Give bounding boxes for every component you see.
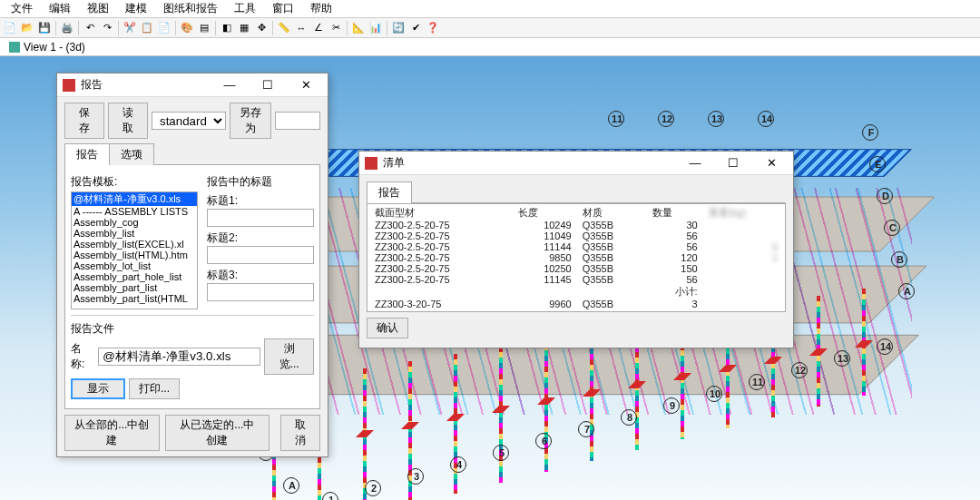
col-weight: 重量(kg)	[703, 206, 783, 220]
report-dialog-titlebar[interactable]: 报告 ― ☐ ✕	[57, 74, 328, 97]
title3-label: 标题3:	[207, 268, 314, 283]
table-row[interactable]: ZZ300-3-20-759559Q355B4	[369, 309, 783, 312]
grid-number-top: 14	[758, 111, 774, 127]
template-item[interactable]: Assembly_list(EXCEL).xl	[72, 239, 197, 250]
table-row[interactable]: ZZ300-2.5-20-7510250Q355B150	[369, 263, 783, 274]
tb-dim-icon[interactable]: ↔	[293, 20, 309, 36]
title1-field[interactable]	[207, 209, 314, 227]
template-item[interactable]: Assembly_part_list	[72, 282, 197, 293]
tb-refresh-icon[interactable]: 🔄	[390, 20, 407, 36]
template-item[interactable]: @材料清单-净重v3.0.xls	[72, 192, 197, 206]
grid-letter-right: C	[884, 220, 900, 236]
template-item[interactable]: Assembly_list(HTML).htm	[72, 250, 197, 260]
list-dialog-titlebar[interactable]: 清单 ― ☐ ✕	[359, 152, 793, 175]
grid-number: 4	[450, 456, 466, 473]
template-item[interactable]: Assembly_part_list(HTML	[72, 293, 197, 304]
minimize-button[interactable]: ―	[213, 75, 246, 95]
templates-listbox[interactable]: @材料清单-净重v3.0.xls A ------ ASSEMBLY LISTS…	[71, 191, 198, 309]
table-row[interactable]: ZZ300-2.5-20-7511145Q355B56	[369, 274, 783, 285]
tb-cut-icon[interactable]: ✂️	[122, 20, 138, 36]
maximize-button[interactable]: ☐	[251, 75, 284, 95]
tb-viewplan-icon[interactable]: ▦	[236, 20, 252, 36]
table-row[interactable]: ZZ300-2.5-20-7511049Q355B56	[369, 230, 783, 241]
grid-number-top: 12	[658, 111, 674, 127]
create-from-selected-button[interactable]: 从已选定的...中创建	[165, 415, 270, 451]
title3-field[interactable]	[207, 283, 314, 301]
table-row[interactable]: ZZ300-3-20-759960Q355B3	[369, 299, 783, 309]
tab-options[interactable]: 选项	[109, 143, 154, 165]
create-from-all-button[interactable]: 从全部的...中创建	[64, 415, 160, 451]
tb-undo-icon[interactable]: ↶	[82, 20, 98, 36]
tb-view3d-icon[interactable]: ◧	[219, 20, 235, 36]
tb-help-icon[interactable]: ❓	[425, 20, 441, 36]
tb-nav-icon[interactable]: ✥	[253, 20, 270, 36]
tb-color-icon[interactable]: 🎨	[179, 20, 195, 36]
menu-window[interactable]: 窗口	[265, 0, 301, 18]
menu-drawings-reports[interactable]: 图纸和报告	[156, 0, 225, 18]
tb-redo-icon[interactable]: ↷	[99, 20, 115, 36]
load-button[interactable]: 读取	[108, 103, 148, 139]
tb-paste-icon[interactable]: 📄	[156, 20, 172, 36]
tb-save-icon[interactable]: 💾	[36, 20, 53, 36]
show-button[interactable]: 显示	[71, 378, 125, 399]
browse-button[interactable]: 浏览...	[264, 338, 314, 375]
table-row[interactable]: ZZ300-2.5-20-759850Q355B1201	[369, 252, 783, 263]
grid-letter: A	[283, 477, 299, 494]
name-field[interactable]	[98, 348, 260, 366]
col-material: 材质	[577, 206, 647, 220]
grid-number: 13	[834, 350, 850, 367]
save-button[interactable]: 保存	[64, 103, 104, 139]
view-3d-icon	[9, 42, 20, 53]
menu-edit[interactable]: 编辑	[42, 0, 78, 18]
template-item[interactable]: Assembly_list	[72, 228, 197, 239]
tab-report[interactable]: 报告	[64, 143, 110, 165]
grid-number: 8	[621, 409, 637, 426]
report-dialog: 报告 ― ☐ ✕ 保存 读取 standard 另存为 报告 选项 报告模板: …	[56, 73, 328, 457]
saveas-button[interactable]: 另存为	[230, 103, 271, 139]
template-item[interactable]: Assembly_part_hole_list	[72, 271, 197, 282]
title1-label: 标题1:	[207, 193, 314, 209]
subtotal-row: 小计:	[369, 285, 783, 299]
template-item[interactable]: Assembly_lot_list	[72, 260, 197, 271]
tb-check-icon[interactable]: ✔	[407, 20, 424, 36]
list-table[interactable]: 截面型材 长度 材质 数量 重量(kg) ZZ300-2.5-20-751024…	[367, 203, 786, 312]
title2-field[interactable]	[207, 246, 314, 264]
saveas-field[interactable]	[275, 112, 320, 130]
ok-button[interactable]: 确认	[367, 318, 408, 338]
close-button[interactable]: ✕	[289, 75, 322, 95]
tb-drawing-icon[interactable]: 📐	[350, 20, 367, 36]
preset-select[interactable]: standard	[152, 112, 226, 130]
table-row[interactable]: ZZ300-2.5-20-7510249Q355B30	[369, 220, 783, 230]
menu-help[interactable]: 帮助	[303, 0, 339, 18]
tb-open-icon[interactable]: 📂	[19, 20, 35, 36]
tb-print-icon[interactable]: 🖨️	[59, 20, 75, 36]
tb-layer-icon[interactable]: ▤	[196, 20, 212, 36]
grid-number: 1	[322, 492, 338, 500]
view-tab-1[interactable]: View 1 - (3d)	[2, 39, 93, 55]
menu-bar: 文件 编辑 视图 建模 图纸和报告 工具 窗口 帮助	[0, 0, 980, 18]
table-row[interactable]: ZZ300-2.5-20-7511144Q355B565	[369, 241, 783, 252]
main-toolbar: 📄 📂 💾 🖨️ ↶ ↷ ✂️ 📋 📄 🎨 ▤ ◧ ▦ ✥ 📏 ↔ ∠ ✂ 📐 …	[0, 18, 980, 38]
menu-view[interactable]: 视图	[80, 0, 116, 18]
menu-tools[interactable]: 工具	[227, 0, 263, 18]
tb-clip-icon[interactable]: ✂	[328, 20, 344, 36]
print-button[interactable]: 打印...	[129, 378, 180, 399]
tab-report[interactable]: 报告	[367, 181, 412, 203]
cancel-button[interactable]: 取消	[280, 415, 320, 451]
grid-number-top: 11	[608, 111, 624, 127]
template-item[interactable]: Assembly_cog	[72, 217, 197, 228]
template-item[interactable]: A ------ ASSEMBLY LISTS	[72, 206, 197, 217]
close-button[interactable]: ✕	[755, 153, 788, 173]
minimize-button[interactable]: ―	[679, 153, 711, 173]
tb-new-icon[interactable]: 📄	[2, 20, 18, 36]
tb-measure-icon[interactable]: 📏	[276, 20, 292, 36]
report-dialog-title: 报告	[81, 77, 208, 93]
tb-report-icon[interactable]: 📊	[368, 20, 384, 36]
menu-model[interactable]: 建模	[118, 0, 154, 18]
maximize-button[interactable]: ☐	[717, 153, 750, 173]
menu-file[interactable]: 文件	[4, 0, 40, 18]
tb-angle-icon[interactable]: ∠	[310, 20, 327, 36]
tb-copy-icon[interactable]: 📋	[139, 20, 155, 36]
grid-number: 14	[877, 338, 893, 355]
grid-letter-right: E	[869, 156, 886, 172]
